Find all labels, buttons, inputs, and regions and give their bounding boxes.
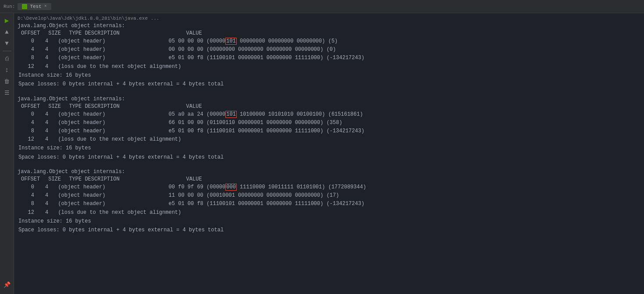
- section-2: java.lang.Object object internals: OFFSE…: [18, 96, 640, 162]
- down-button[interactable]: ▼: [2, 39, 12, 48]
- console-area[interactable]: D:\Develop\Java\Jdk\jdk1.8.0_281\bin\jav…: [14, 13, 644, 294]
- col-value-label: VALUE: [186, 176, 202, 182]
- size-val: 4: [42, 63, 48, 71]
- section-3-table-header: OFFSET SIZE TYPE DESCRIPTION VALUE: [18, 176, 640, 182]
- path-line: D:\Develop\Java\Jdk\jdk1.8.0_281\bin\jav…: [18, 15, 640, 22]
- size-val: 4: [42, 191, 48, 200]
- table-row: 12 4 (loss due to the next object alignm…: [18, 209, 640, 217]
- screenshot-button[interactable]: ⎙: [2, 54, 12, 64]
- instance-size-3: Instance size: 16 bytes: [18, 217, 640, 226]
- value-val: 00 00 00 00 (00000000 00000000 00000000 …: [169, 46, 336, 53]
- instance-size-2: Instance size: 16 bytes: [18, 144, 640, 152]
- sidebar: ▶ ▲ ▼ ⎙ ↕ 🗑 ☰ 📌: [0, 13, 14, 294]
- tab-close-icon[interactable]: ×: [44, 4, 47, 9]
- table-row: 0 4 (object header) 05 a0 aa 24 (0000010…: [18, 110, 640, 119]
- offset-val: 8: [21, 127, 34, 135]
- value-val: e5 01 00 f8 (11100101 00000001 00000000 …: [169, 201, 364, 207]
- size-val: 4: [42, 119, 48, 127]
- delete-button[interactable]: 🗑: [2, 77, 12, 86]
- space-losses-2: Space losses: 0 bytes internal + 4 bytes…: [18, 153, 640, 162]
- desc-val: (object header): [58, 110, 165, 119]
- desc-val: (object header): [58, 200, 165, 208]
- table-row: 4 4 (object header) 11 00 00 00 (0001000…: [18, 191, 640, 200]
- offset-val: 8: [21, 200, 34, 208]
- value-before: 00 f0 9f 69 (00000: [169, 184, 226, 190]
- up-button[interactable]: ▲: [2, 27, 12, 37]
- section-3: java.lang.Object object internals: OFFSE…: [18, 169, 640, 235]
- instance-size-1: Instance size: 16 bytes: [18, 71, 640, 80]
- table-row: 8 4 (object header) e5 01 00 f8 (1110010…: [18, 200, 640, 208]
- table-row: 4 4 (object header) 66 01 00 00 (0110011…: [18, 119, 640, 127]
- run-label: Run:: [4, 4, 15, 9]
- value-before: 05 a0 aa 24 (00000: [169, 111, 226, 117]
- offset-val: 0: [21, 37, 34, 46]
- section-1-table-header: OFFSET SIZE TYPE DESCRIPTION VALUE: [18, 30, 640, 36]
- value-before: 05 00 00 00 (00000: [169, 38, 226, 44]
- desc-val: (loss due to the next object alignment): [58, 209, 165, 217]
- col-offset-label: OFFSET: [21, 103, 45, 110]
- sidebar-divider: [3, 51, 11, 51]
- value-val: 11 00 00 00 (00010001 00000000 00000000 …: [169, 192, 339, 198]
- main-layout: ▶ ▲ ▼ ⎙ ↕ 🗑 ☰ 📌 D:\Develop\Java\Jdk\jdk1…: [0, 13, 644, 294]
- desc-val: (object header): [58, 119, 165, 127]
- value-val: e5 01 00 f8 (11100101 00000001 00000000 …: [169, 128, 364, 134]
- offset-val: 12: [21, 209, 34, 217]
- play-button[interactable]: ▶: [2, 16, 12, 25]
- col-size-label: SIZE: [48, 30, 66, 36]
- col-offset-label: OFFSET: [21, 176, 45, 182]
- highlight-000: 000: [225, 184, 237, 191]
- desc-val: (loss due to the next object alignment): [58, 135, 165, 144]
- offset-val: 12: [21, 135, 34, 144]
- value-val: e5 01 00 f8 (11100101 00000001 00000000 …: [169, 55, 364, 61]
- offset-val: 4: [21, 46, 34, 54]
- highlight-101-1: 101: [225, 38, 237, 45]
- value-after: 00000000 00000000 00000000) (5): [237, 38, 338, 44]
- col-value-label: VALUE: [186, 103, 202, 110]
- section-1-header: java.lang.Object object internals:: [18, 23, 640, 29]
- desc-val: (object header): [58, 191, 165, 200]
- settings-button[interactable]: ☰: [2, 88, 12, 98]
- table-row: 8 4 (object header) e5 01 00 f8 (1110010…: [18, 127, 640, 135]
- space-losses-1: Space losses: 0 bytes internal + 4 bytes…: [18, 80, 640, 89]
- section-3-header: java.lang.Object object internals:: [18, 169, 640, 175]
- rerun-button[interactable]: ↕: [2, 65, 12, 75]
- size-val: 4: [42, 37, 48, 46]
- tab-bar: Run: Test ×: [0, 0, 644, 13]
- size-val: 4: [42, 209, 48, 217]
- tab-test[interactable]: Test ×: [18, 3, 51, 10]
- desc-val: (object header): [58, 46, 165, 54]
- size-val: 4: [42, 54, 48, 62]
- desc-val: (object header): [58, 37, 165, 46]
- section-2-table-header: OFFSET SIZE TYPE DESCRIPTION VALUE: [18, 103, 640, 110]
- col-type-desc-label: TYPE DESCRIPTION: [69, 30, 183, 36]
- col-size-label: SIZE: [48, 176, 66, 182]
- value-after: 11110000 10011111 01101001) (1772089344): [237, 184, 366, 190]
- desc-val: (object header): [58, 127, 165, 135]
- size-val: 4: [42, 46, 48, 54]
- desc-val: (object header): [58, 54, 165, 62]
- table-row: 0 4 (object header) 05 00 00 00 (0000010…: [18, 37, 640, 46]
- col-type-desc-label: TYPE DESCRIPTION: [69, 176, 183, 182]
- tab-run-icon: [22, 4, 27, 9]
- section-1: java.lang.Object object internals: OFFSE…: [18, 23, 640, 89]
- size-val: 4: [42, 183, 48, 191]
- table-row: 4 4 (object header) 00 00 00 00 (0000000…: [18, 46, 640, 54]
- col-value-label: VALUE: [186, 30, 202, 36]
- section-2-header: java.lang.Object object internals:: [18, 96, 640, 102]
- col-offset-label: OFFSET: [21, 30, 45, 36]
- table-row: 0 4 (object header) 00 f0 9f 69 (0000000…: [18, 183, 640, 191]
- offset-val: 0: [21, 183, 34, 191]
- value-after: 10100000 10101010 00100100) (615161861): [237, 111, 363, 117]
- size-val: 4: [42, 135, 48, 144]
- size-val: 4: [42, 200, 48, 208]
- space-losses-3: Space losses: 0 bytes internal + 4 bytes…: [18, 226, 640, 234]
- offset-val: 0: [21, 110, 34, 119]
- desc-val: (loss due to the next object alignment): [58, 63, 165, 71]
- value-val: 66 01 00 00 (01100110 00000001 00000000 …: [169, 120, 342, 126]
- offset-val: 4: [21, 119, 34, 127]
- desc-val: (object header): [58, 183, 165, 191]
- highlight-101-2: 101: [225, 111, 237, 118]
- table-row: 12 4 (loss due to the next object alignm…: [18, 63, 640, 71]
- pin-button[interactable]: 📌: [2, 280, 12, 290]
- col-type-desc-label: TYPE DESCRIPTION: [69, 103, 183, 110]
